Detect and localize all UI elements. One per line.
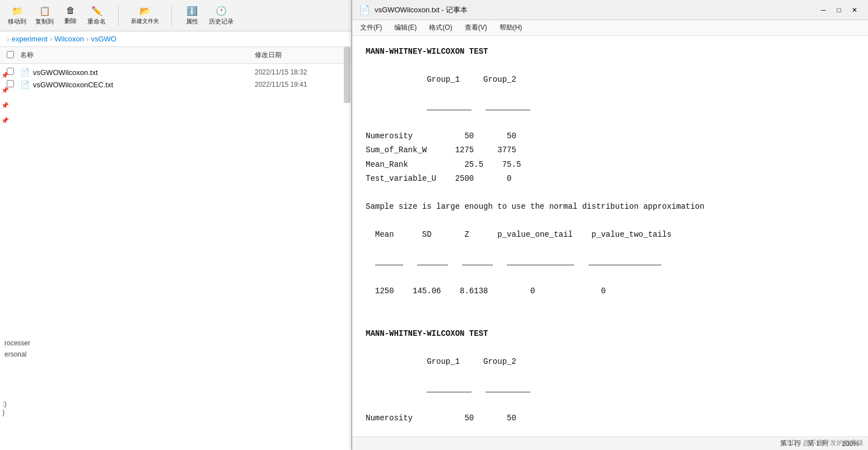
section1-title: MANN-WHITNEY-WILCOXON TEST (366, 47, 488, 56)
toolbar-separator (118, 6, 119, 26)
pin-icon-4: 📌 (1, 117, 8, 124)
toolbar: 📁 移动到 📋 复制到 🗑 删除 ✏️ 重命名 📂 新建文件夹 (0, 0, 351, 31)
rename-icon: ✏️ (91, 6, 102, 16)
file-list-header: 名称 修改日期 (0, 47, 351, 64)
pin-icon-2: 📌 (1, 87, 8, 94)
toolbar-open-group: ℹ️ 属性 🕐 历史记录 (181, 4, 237, 27)
table-row[interactable]: 📄 vsGWOWilcoxon.txt 2022/11/15 18:32 (0, 66, 351, 78)
quick-access-pins: 📌 📌 📌 📌 (0, 67, 9, 129)
bottom-icons: :) ) (2, 400, 7, 416)
history-icon: 🕐 (216, 6, 227, 16)
stats-val-z: 8.6138 (460, 287, 488, 296)
section2-row-numerosity-val1: 50 (464, 414, 474, 423)
rename-button[interactable]: ✏️ 重命名 (84, 4, 109, 27)
row-meanrank-val1: 25.5 (464, 160, 483, 169)
section2-row-numerosity-label: Numerosity (366, 414, 455, 423)
select-all-checkbox[interactable] (7, 51, 14, 58)
section2-group1: Group_1 (427, 357, 460, 366)
properties-button[interactable]: ℹ️ 属性 (181, 4, 203, 27)
close-button[interactable]: ✕ (848, 4, 861, 16)
toolbar-buttons: 📁 移动到 📋 复制到 🗑 删除 ✏️ 重命名 (4, 4, 109, 27)
menu-help[interactable]: 帮助(H) (494, 21, 528, 34)
file-list: 📄 vsGWOWilcoxon.txt 2022/11/15 18:32 📄 v… (0, 64, 351, 450)
notepad-title: vsGWOWilcoxon.txt - 记事本 (375, 5, 468, 15)
row-sum-label: Sum_of_Rank_W (366, 146, 446, 154)
section2-group2: Group_2 (483, 357, 516, 366)
file-name-2: vsGWOWilcoxonCEC.txt (33, 81, 255, 89)
breadcrumb-item-wilcoxon[interactable]: Wilcoxon (54, 35, 84, 43)
pin-icon-3: 📌 (1, 102, 8, 109)
move-icon: 📁 (12, 6, 23, 16)
breadcrumb-item-experiment[interactable]: experiment (12, 35, 48, 43)
section1-group1: Group_1 (427, 75, 460, 84)
move-to-button[interactable]: 📁 移动到 (4, 4, 30, 27)
delete-button[interactable]: 🗑 删除 (59, 4, 82, 26)
notepad-menubar: 文件(F) 编辑(E) 格式(O) 查看(V) 帮助(H) (352, 20, 868, 36)
stats-header-ptails: p_value_two_tails (591, 230, 671, 239)
breadcrumb-item-vsgwo[interactable]: vsGWO (91, 35, 116, 43)
row-testvaru-val1: 2500 (455, 174, 474, 183)
menu-view[interactable]: 查看(V) (459, 21, 493, 34)
toolbar-new-group: 📂 新建文件夹 (128, 4, 162, 26)
breadcrumb: › experiment › Wilcoxon › vsGWO (0, 31, 351, 47)
file-date-1: 2022/11/15 18:32 (255, 68, 344, 76)
scrollbar[interactable] (344, 47, 351, 103)
menu-file[interactable]: 文件(F) (354, 21, 388, 34)
stats-header-z: Z (464, 230, 469, 239)
notepad-text: MANN-WHITNEY-WILCOXON TEST Group_1 Group… (366, 45, 855, 425)
toolbar-separator2 (171, 6, 172, 26)
row-sum-val2: 3775 (497, 146, 516, 154)
pin-icon-1: 📌 (1, 72, 8, 79)
window-controls: ─ □ ✕ (816, 4, 861, 16)
stats-val-mean: 1250 (375, 287, 394, 296)
notepad-window: 📄 vsGWOWilcoxon.txt - 记事本 ─ □ ✕ 文件(F) 编辑… (352, 0, 868, 450)
row-testvaru-val2: 0 (507, 174, 511, 183)
menu-edit[interactable]: 编辑(E) (389, 21, 422, 34)
row-meanrank-label: Mean_Rank (366, 160, 455, 169)
row-numerosity-label: Numerosity (366, 132, 455, 140)
sidebar-item-ersonal[interactable]: ersonal (4, 350, 30, 358)
file-date-2: 2022/11/15 19:41 (255, 81, 344, 88)
folder-icon: 📂 (139, 6, 151, 16)
stats-val-ptail: 0 (530, 287, 535, 296)
properties-icon: ℹ️ (186, 6, 198, 16)
row-numerosity-val1: 50 (464, 132, 474, 140)
stats-header-mean: Mean (375, 230, 394, 239)
row-meanrank-val2: 75.5 (502, 160, 521, 169)
csdn-watermark: CSDN @不懂开发的程序猿 (782, 438, 864, 448)
stats-header-ptail: p_value_one_tail (497, 230, 572, 239)
row-numerosity-val2: 50 (507, 132, 516, 140)
normal-approx-text: Sample size is large enough to use the n… (366, 202, 704, 211)
maximize-button[interactable]: □ (832, 4, 846, 16)
new-folder-button[interactable]: 📂 新建文件夹 (128, 4, 162, 26)
file-icon-2: 📄 (20, 80, 30, 89)
column-name[interactable]: 名称 (20, 50, 255, 60)
sidebar-item-rocesser[interactable]: rocesser (4, 339, 30, 347)
file-name-1: vsGWOWilcoxon.txt (33, 68, 255, 77)
notepad-titlebar: 📄 vsGWOWilcoxon.txt - 记事本 ─ □ ✕ (352, 0, 868, 20)
table-row[interactable]: 📄 vsGWOWilcoxonCEC.txt 2022/11/15 19:41 (0, 78, 351, 91)
minimize-button[interactable]: ─ (816, 4, 830, 16)
history-button[interactable]: 🕐 历史记录 (206, 4, 237, 27)
notepad-app-icon: 📄 (359, 4, 370, 15)
copy-icon: 📋 (39, 6, 50, 16)
section1-group2: Group_2 (483, 75, 516, 84)
copy-to-button[interactable]: 📋 复制到 (32, 4, 57, 27)
notepad-content: MANN-WHITNEY-WILCOXON TEST Group_1 Group… (352, 36, 868, 437)
row-sum-val1: 1275 (455, 146, 474, 154)
section2-title: MANN-WHITNEY-WILCOXON TEST (366, 329, 488, 338)
section2-row-numerosity-val2: 50 (507, 414, 516, 423)
stats-val-ptails: 0 (601, 287, 605, 296)
file-explorer: 📁 移动到 📋 复制到 🗑 删除 ✏️ 重命名 📂 新建文件夹 (0, 0, 352, 450)
stats-val-sd: 145.06 (413, 287, 441, 296)
delete-icon: 🗑 (66, 6, 75, 16)
column-date[interactable]: 修改日期 (255, 50, 344, 60)
stats-header-sd: SD (422, 230, 432, 239)
file-icon-1: 📄 (20, 68, 30, 77)
breadcrumb-arrow: › (7, 35, 10, 44)
menu-format[interactable]: 格式(O) (423, 21, 458, 34)
row-testvaru-label: Test_variable_U (366, 174, 446, 183)
sidebar-labels: rocesser ersonal (0, 337, 35, 360)
